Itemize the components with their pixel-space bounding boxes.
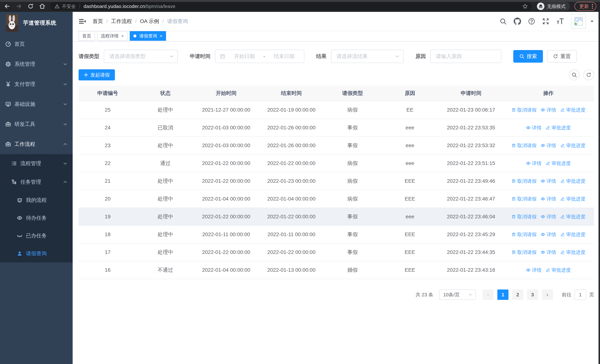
prev-page-button[interactable]: ‹ (483, 289, 494, 300)
chevron-down-icon (63, 102, 67, 106)
progress-link[interactable]: 审批进度 (560, 178, 585, 184)
progress-link[interactable]: 审批进度 (560, 196, 585, 202)
cancel-leave-link[interactable]: 取消请假 (511, 178, 536, 184)
cancel-leave-link[interactable]: 取消请假 (511, 249, 536, 256)
browser-menu-icon[interactable] (592, 4, 593, 9)
goto-page-input[interactable] (574, 289, 586, 300)
action-label: 审批进度 (566, 214, 585, 220)
sidebar-item-done-tasks[interactable]: 已办任务 (0, 227, 73, 245)
sidebar-collapse-icon[interactable] (79, 18, 86, 25)
progress-link[interactable]: 审批进度 (560, 214, 585, 220)
cancel-leave-link[interactable]: 取消请假 (511, 107, 536, 113)
result-select[interactable]: 请选择流结果 (331, 50, 403, 63)
col-header-type: 请假类型 (325, 90, 381, 97)
tab-close-icon[interactable]: × (160, 33, 162, 38)
cell-reason: eee (380, 214, 439, 220)
sidebar-item-workflow[interactable]: 工作流程 (0, 134, 73, 154)
sidebar-item-infrastructure[interactable]: 基础设施 (0, 94, 73, 114)
sidebar-item-my-process[interactable]: 我的流程 (0, 191, 73, 209)
create-leave-button[interactable]: 发起请假 (79, 69, 115, 80)
breadcrumb-workflow[interactable]: 工作流程 (111, 18, 132, 25)
refresh-table-button[interactable] (583, 69, 594, 80)
page-button-3[interactable]: 3 (527, 289, 538, 300)
page-size-select[interactable]: 10条/页 (439, 289, 476, 300)
detail-link[interactable]: 详情 (541, 196, 556, 202)
apply-time-range-picker[interactable]: 开始日期 - 结束日期 (215, 50, 304, 63)
pen-icon (560, 196, 565, 201)
cell-applyTime: 2022-01-22 23:44:35 (439, 249, 503, 255)
progress-link[interactable]: 审批进度 (560, 249, 585, 256)
progress-link[interactable]: 审批进度 (545, 267, 571, 273)
trash-icon (511, 232, 516, 237)
detail-link[interactable]: 详情 (526, 267, 542, 273)
progress-link[interactable]: 审批进度 (545, 160, 571, 167)
sidebar: 芋道管理系统 首页 系统管理 支付管理 基础设施 研发工具 工作流 (0, 12, 73, 364)
github-icon[interactable] (514, 18, 521, 25)
sidebar-item-system[interactable]: 系统管理 (0, 54, 73, 74)
detail-link[interactable]: 详情 (541, 231, 556, 238)
cancel-leave-link[interactable]: 取消请假 (511, 214, 536, 220)
tab-leave-query[interactable]: 请假查询 × (130, 31, 166, 41)
action-label: 详情 (546, 178, 556, 184)
reason-input[interactable] (431, 50, 501, 63)
cell-id: 19 (79, 214, 137, 220)
cancel-leave-link[interactable]: 取消请假 (511, 231, 536, 238)
tab-process-detail[interactable]: 流程详情 × (97, 31, 128, 41)
cell-start: 2022-01-22 00:00:00 (194, 160, 258, 166)
user-icon (17, 251, 23, 257)
browser-reload-icon[interactable] (28, 3, 34, 9)
toggle-search-button[interactable] (569, 69, 580, 80)
cell-type: 事假 (325, 213, 381, 220)
breadcrumb-separator: / (162, 18, 164, 24)
page-button-2[interactable]: 2 (512, 289, 523, 300)
action-label: 详情 (546, 196, 556, 202)
cell-applyTime: 2022-01-22 23:46:47 (439, 196, 503, 202)
sidebar-item-devtools[interactable]: 研发工具 (0, 114, 73, 134)
next-page-button[interactable]: › (542, 289, 553, 300)
sidebar-item-home[interactable]: 首页 (0, 34, 73, 54)
fullscreen-icon[interactable] (542, 18, 549, 25)
action-label: 审批进度 (566, 107, 585, 113)
cell-actions: 取消请假详情审批进度 (503, 142, 594, 149)
breadcrumb-home[interactable]: 首页 (93, 18, 103, 25)
browser-home-icon[interactable] (39, 3, 46, 10)
browser-back-icon[interactable] (4, 3, 10, 10)
bookmark-star-icon[interactable] (522, 3, 528, 9)
browser-forward-icon[interactable] (16, 3, 22, 10)
leave-type-select[interactable]: 请选择请假类型 (104, 50, 178, 63)
action-label: 取消请假 (517, 249, 536, 256)
cancel-leave-link[interactable]: 取消请假 (511, 142, 536, 149)
cell-start: 2022-01-22 00:00:00 (194, 214, 258, 220)
sidebar-item-leave-query[interactable]: 请假查询 (0, 245, 73, 262)
font-size-icon[interactable] (556, 18, 564, 25)
search-button[interactable]: 搜索 (513, 50, 543, 63)
detail-link[interactable]: 详情 (526, 160, 542, 167)
tab-home[interactable]: 首页 (79, 31, 95, 41)
sidebar-item-todo-tasks[interactable]: 待办任务 (0, 209, 73, 227)
address-bar[interactable]: 不安全 dashboard.yudao.iocoder.cn/bpm/oa/le… (50, 2, 532, 10)
user-menu-caret-icon[interactable] (590, 19, 594, 23)
cancel-leave-link[interactable]: 取消请假 (511, 196, 536, 202)
action-label: 审批进度 (566, 196, 585, 202)
progress-link[interactable]: 审批进度 (560, 231, 585, 238)
tab-close-icon[interactable]: × (121, 33, 124, 38)
detail-link[interactable]: 详情 (541, 214, 556, 220)
sidebar-item-payment[interactable]: 支付管理 (0, 74, 73, 94)
detail-link[interactable]: 详情 (526, 125, 542, 131)
avatar[interactable] (571, 14, 586, 29)
progress-link[interactable]: 审批进度 (560, 142, 585, 149)
detail-link[interactable]: 详情 (541, 249, 556, 256)
detail-link[interactable]: 详情 (541, 107, 556, 113)
breadcrumb-oa-example[interactable]: OA 示例 (140, 18, 159, 25)
progress-link[interactable]: 审批进度 (545, 125, 571, 131)
search-icon[interactable] (500, 18, 506, 25)
reset-button[interactable]: 重置 (547, 50, 577, 63)
help-icon[interactable] (528, 18, 535, 25)
detail-link[interactable]: 详情 (541, 142, 556, 149)
sidebar-item-task-management[interactable]: 任务管理 (0, 173, 73, 191)
sidebar-item-process-management[interactable]: 流程管理 (0, 154, 73, 173)
page-button-1[interactable]: 1 (497, 289, 508, 300)
progress-link[interactable]: 审批进度 (560, 107, 585, 113)
browser-update-button[interactable]: 更新 (574, 2, 596, 11)
detail-link[interactable]: 详情 (541, 178, 556, 184)
